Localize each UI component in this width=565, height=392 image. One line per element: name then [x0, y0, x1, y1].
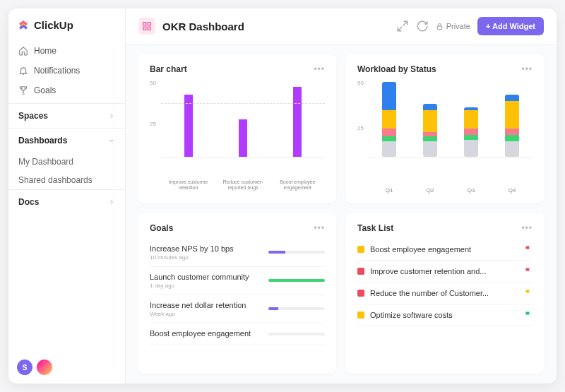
section-header-docs[interactable]: Docs — [8, 190, 125, 214]
nav-home[interactable]: Home — [8, 41, 125, 61]
svg-rect-3 — [148, 27, 150, 30]
goal-row[interactable]: Launch customer community1 day ago — [150, 267, 325, 295]
goal-name: Increase NPS by 10 bps — [150, 244, 261, 253]
svg-rect-2 — [143, 27, 146, 30]
y-axis: 50 25 — [150, 80, 156, 162]
refresh-icon[interactable] — [416, 20, 429, 32]
bar-chart-body: 50 25 — [150, 80, 325, 177]
card-title: Bar chart — [150, 64, 187, 74]
bar-segment — [382, 141, 396, 157]
sidebar-item-shared-dashboards[interactable]: Shared dashboards — [8, 171, 125, 189]
goal-row[interactable]: Increase NPS by 10 bps10 minutes ago — [150, 239, 325, 267]
goal-timestamp: 1 day ago — [150, 283, 261, 289]
sidebar-footer: S — [8, 351, 125, 384]
main-content: OKR Dashboard Private + Add Widget Bar c… — [126, 8, 557, 384]
bar[interactable] — [293, 87, 302, 157]
y-tick: 50 — [150, 80, 156, 86]
widget-grid: Bar chart ••• 50 25 Improve customer ret… — [126, 44, 557, 384]
sidebar-item-my-dashboard[interactable]: My Dashboard — [8, 153, 125, 171]
status-square-icon — [357, 268, 364, 275]
nav-label: Home — [34, 46, 56, 56]
goal-row[interactable]: Boost employee engagement — [150, 323, 325, 345]
stacked-category-label: Q1 — [375, 187, 403, 194]
goal-progress-bar — [268, 279, 325, 282]
privacy-label: Private — [446, 22, 470, 30]
goal-timestamp: 10 minutes ago — [150, 254, 261, 261]
task-row[interactable]: Optimize software costs — [357, 304, 533, 326]
home-icon — [18, 46, 28, 56]
add-widget-button[interactable]: + Add Widget — [477, 17, 544, 35]
card-task-list: Task List ••• Boost employee engagementI… — [346, 213, 544, 374]
page-title: OKR Dashboard — [162, 20, 244, 32]
task-row[interactable]: Improve customer retention and... — [357, 261, 533, 283]
task-name: Boost employee engagement — [370, 245, 471, 254]
task-row[interactable]: Reduce the number of Customer... — [357, 283, 533, 304]
goal-progress-bar — [268, 251, 325, 254]
card-more-icon[interactable]: ••• — [314, 223, 325, 233]
y-axis: 50 25 — [357, 80, 364, 170]
goal-name: Increase net dollar retention — [150, 301, 261, 309]
section-label: Docs — [18, 197, 39, 207]
chevron-down-icon — [108, 137, 115, 144]
task-row[interactable]: Boost employee engagement — [357, 239, 533, 261]
goals-list: Increase NPS by 10 bps10 minutes agoLaun… — [150, 239, 325, 345]
stacked-bar[interactable] — [464, 107, 478, 157]
card-more-icon[interactable]: ••• — [521, 223, 533, 233]
privacy-indicator[interactable]: Private — [436, 22, 470, 30]
bar-segment — [505, 129, 519, 135]
bar-segment — [382, 110, 396, 129]
priority-flag-icon[interactable] — [524, 289, 533, 297]
nav-goals[interactable]: Goals — [8, 81, 125, 100]
bar-segment — [423, 132, 437, 137]
card-more-icon[interactable]: ••• — [314, 64, 325, 74]
bar-segment — [464, 135, 478, 140]
bar-segment — [505, 95, 519, 101]
priority-flag-icon[interactable] — [524, 267, 533, 275]
nav-notifications[interactable]: Notifications — [8, 61, 125, 81]
tasks-list: Boost employee engagementImprove custome… — [357, 239, 533, 326]
card-title: Task List — [357, 223, 393, 233]
card-title: Workload by Status — [357, 64, 436, 74]
stacked-bar[interactable] — [505, 95, 519, 157]
bar-segment — [382, 129, 396, 136]
bar-segment — [505, 141, 519, 157]
bar-segment — [423, 110, 437, 132]
priority-flag-icon[interactable] — [524, 311, 533, 319]
bar-category-label: Reduce customer-reported bugs — [218, 179, 268, 194]
y-tick: 25 — [357, 125, 364, 131]
svg-rect-1 — [148, 23, 150, 25]
topbar: OKR Dashboard Private + Add Widget — [126, 8, 557, 44]
dashboard-icon — [138, 18, 155, 35]
clickup-logo-icon — [17, 18, 30, 31]
user-avatar-photo[interactable] — [37, 360, 52, 375]
nav-label: Notifications — [34, 66, 80, 76]
stacked-category-label: Q4 — [498, 187, 526, 194]
y-tick: 25 — [150, 121, 156, 127]
section-header-spaces[interactable]: Spaces — [8, 104, 125, 128]
bar-segment — [382, 136, 396, 141]
task-name: Reduce the number of Customer... — [370, 289, 489, 297]
stacked-bar[interactable] — [382, 82, 396, 157]
expand-icon[interactable] — [396, 20, 409, 32]
bar-labels: Improve customer retentionReduce custome… — [150, 177, 325, 194]
bar[interactable] — [239, 119, 247, 157]
app-window: ClickUp Home Notifications Goals Spaces — [8, 8, 557, 384]
priority-flag-icon[interactable] — [524, 245, 533, 254]
card-goals: Goals ••• Increase NPS by 10 bps10 minut… — [138, 213, 336, 374]
stacked-bar[interactable] — [423, 104, 437, 157]
goal-row[interactable]: Increase net dollar retentionWeek ago — [150, 295, 325, 323]
brand-logo[interactable]: ClickUp — [8, 8, 125, 38]
task-name: Optimize software costs — [370, 311, 453, 319]
card-more-icon[interactable]: ••• — [521, 64, 533, 74]
bar-category-label: Boost employee engagement — [273, 179, 322, 194]
goal-timestamp: Week ago — [150, 311, 261, 317]
section-header-dashboards[interactable]: Dashboards — [8, 129, 125, 153]
bar[interactable] — [184, 95, 193, 157]
bell-icon — [18, 66, 28, 76]
section-label: Spaces — [18, 111, 48, 121]
user-avatar-initial[interactable]: S — [17, 360, 32, 375]
lock-icon — [436, 23, 444, 30]
stacked-category-label: Q3 — [457, 187, 485, 194]
card-title: Goals — [150, 223, 173, 233]
sidebar: ClickUp Home Notifications Goals Spaces — [8, 8, 126, 384]
